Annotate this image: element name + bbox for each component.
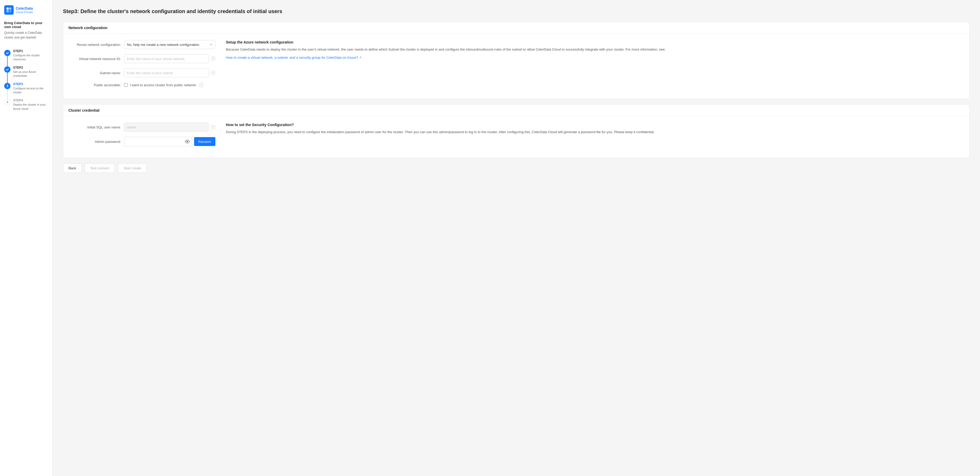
step3-label: STEP3 — [13, 82, 48, 86]
reuse-network-control: No, help me create a new network configu… — [124, 40, 215, 49]
credential-help-body: During STEP3 in the deploying process, y… — [226, 130, 964, 135]
credential-form-area: Initial SQL user name: ? Admin password: — [68, 123, 215, 151]
logo-text: CelerData Cloud Private — [16, 6, 33, 14]
credential-section-card: Cluster credential Initial SQL user name… — [63, 104, 969, 158]
svg-point-4 — [187, 141, 188, 142]
subnet-name-input[interactable] — [124, 68, 208, 77]
network-help-link[interactable]: How to create a virtual network, a subne… — [226, 56, 964, 59]
logo-name: CelerData — [16, 6, 33, 11]
sidebar-tagline: Bring CelerData to your own cloud — [4, 21, 48, 29]
step4-desc: Deploy the cluster in your Azure cloud — [13, 103, 48, 111]
main-content: Step3: Define the cluster's network conf… — [52, 0, 980, 476]
credential-help-area: How to set the Security Configuration? D… — [226, 123, 964, 151]
step1-label: STEP1 — [13, 49, 48, 53]
public-checkbox-label: I want to access cluster from public net… — [130, 83, 197, 87]
sql-user-info-icon[interactable]: ? — [211, 125, 215, 130]
reuse-network-label: Reuse network configuration: — [68, 43, 121, 47]
step-item-1: STEP1 Configure the cluster resources — [4, 47, 48, 64]
public-accessible-control: I want to access cluster from public net… — [124, 83, 215, 87]
network-form-area: Reuse network configuration: No, help me… — [68, 40, 215, 92]
step2-circle — [4, 66, 11, 73]
step4-circle: 4 — [4, 99, 11, 105]
step-item-3: 3 STEP3 Configure access to the cluster — [4, 80, 48, 97]
test-connect-button[interactable]: Test connect — [85, 163, 115, 173]
reuse-network-row: Reuse network configuration: No, help me… — [68, 40, 215, 49]
virtual-network-row: Virtual network resource ID: ? — [68, 54, 215, 63]
step1-content: STEP1 Configure the cluster resources — [13, 49, 48, 62]
admin-password-input[interactable] — [124, 137, 183, 146]
step1-circle — [4, 50, 11, 56]
sql-user-control: ? — [124, 123, 215, 132]
network-help-body: Because CelerData needs to deploy the cl… — [226, 47, 964, 52]
password-input-wrap — [124, 137, 192, 146]
step3-circle: 3 — [4, 83, 11, 89]
back-button[interactable]: Back — [63, 163, 81, 173]
step-item-4: 4 STEP4 Deploy the cluster in your Azure… — [4, 97, 48, 113]
step3-content: STEP3 Configure access to the cluster — [13, 82, 48, 95]
public-accessible-checkbox[interactable] — [124, 83, 128, 87]
subnet-name-control: ? — [124, 68, 215, 77]
credential-section-header: Cluster credential — [63, 105, 969, 116]
public-accessible-label: Public accessible: — [68, 83, 121, 87]
sql-user-row: Initial SQL user name: ? — [68, 123, 215, 132]
subnet-name-info-icon[interactable]: ? — [211, 70, 215, 75]
admin-password-label: Admin password: — [68, 140, 121, 144]
step4-content: STEP4 Deploy the cluster in your Azure c… — [13, 98, 48, 111]
step2-label: STEP2 — [13, 66, 48, 70]
network-help-area: Setup the Azure network configuration Be… — [226, 40, 964, 92]
step4-label: STEP4 — [13, 98, 48, 102]
admin-password-control: Random — [124, 137, 215, 146]
sidebar: CelerData Cloud Private Bring CelerData … — [0, 0, 52, 476]
cellerdata-logo-icon — [4, 5, 14, 15]
reuse-network-select[interactable]: No, help me create a new network configu… — [124, 40, 215, 49]
svg-rect-3 — [9, 10, 11, 12]
svg-rect-0 — [6, 8, 9, 10]
network-section-card: Network configuration Reuse network conf… — [63, 22, 969, 99]
virtual-network-label: Virtual network resource ID: — [68, 57, 121, 61]
virtual-network-control: ? — [124, 54, 215, 63]
credential-section-body: Initial SQL user name: ? Admin password: — [63, 116, 969, 158]
subnet-name-label: Subnet name: — [68, 71, 121, 75]
sql-user-label: Initial SQL user name: — [68, 125, 121, 129]
random-password-button[interactable]: Random — [194, 137, 215, 146]
public-checkbox-row: I want to access cluster from public net… — [124, 83, 204, 87]
network-section-header: Network configuration — [63, 22, 969, 34]
sql-user-input — [124, 123, 208, 132]
logo-sub: Cloud Private — [16, 11, 33, 14]
step3-desc: Configure access to the cluster — [13, 87, 48, 95]
sidebar-description: Quickly create a CelerData cluster and g… — [4, 30, 48, 40]
steps-list: STEP1 Configure the cluster resources ST… — [4, 47, 48, 113]
public-accessible-row: Public accessible: I want to access clus… — [68, 83, 215, 87]
page-title: Step3: Define the cluster's network conf… — [63, 8, 969, 14]
network-help-link-text: How to create a virtual network, a subne… — [226, 56, 358, 59]
step1-desc: Configure the cluster resources — [13, 54, 48, 62]
public-accessible-info-icon[interactable]: ? — [199, 83, 204, 87]
virtual-network-input[interactable] — [124, 54, 208, 63]
virtual-network-info-icon[interactable]: ? — [211, 56, 215, 61]
admin-password-row: Admin password: Random — [68, 137, 215, 146]
footer-buttons: Back Test connect Start create — [63, 163, 969, 173]
svg-rect-1 — [9, 8, 11, 10]
subnet-name-row: Subnet name: ? — [68, 68, 215, 77]
credential-help-title: How to set the Security Configuration? — [226, 123, 964, 127]
logo-area: CelerData Cloud Private — [4, 5, 48, 15]
network-help-title: Setup the Azure network configuration — [226, 40, 964, 44]
step2-desc: Set up your Azure credentials — [13, 70, 48, 78]
password-visibility-toggle[interactable] — [183, 139, 192, 144]
step-item-2: STEP2 Set up your Azure credentials — [4, 64, 48, 80]
step2-content: STEP2 Set up your Azure credentials — [13, 66, 48, 78]
start-create-button[interactable]: Start create — [118, 163, 146, 173]
external-link-icon: ↗ — [359, 56, 361, 59]
network-section-body: Reuse network configuration: No, help me… — [63, 34, 969, 99]
svg-rect-2 — [6, 10, 9, 12]
